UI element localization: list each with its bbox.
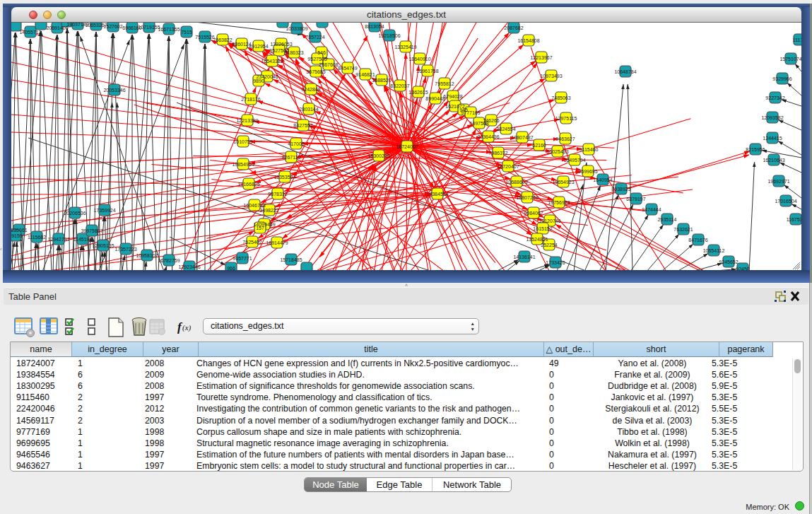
svg-text:8471676: 8471676 [688,238,707,243]
svg-text:19384554: 19384554 [426,192,448,197]
svg-text:16543382: 16543382 [261,59,283,64]
svg-text:1244415: 1244415 [763,136,782,141]
svg-text:17016504: 17016504 [775,199,796,204]
svg-text:8990448: 8990448 [425,96,445,101]
svg-text:10688609: 10688609 [505,180,527,185]
svg-text:12942737: 12942737 [47,237,69,242]
svg-text:18807249: 18807249 [516,195,538,200]
svg-text:12093582: 12093582 [761,115,783,120]
svg-text:835061: 835061 [11,228,28,233]
svg-text:13226053: 13226053 [270,42,292,47]
svg-text:19756928: 19756928 [548,200,570,205]
svg-text:7857224: 7857224 [305,35,324,40]
svg-text:17357223: 17357223 [114,247,136,252]
svg-text:157: 157 [256,226,264,230]
svg-text:9329966: 9329966 [772,76,792,81]
svg-text:8938923: 8938923 [611,187,630,192]
svg-text:9463627: 9463627 [555,136,575,141]
svg-text:16154808: 16154808 [517,38,539,43]
svg-text:1733426: 1733426 [546,260,565,265]
svg-text:13325419: 13325419 [394,45,416,49]
svg-text:10958107: 10958107 [136,253,158,258]
svg-text:2087682: 2087682 [504,25,523,30]
svg-text:39975867: 39975867 [81,228,102,233]
svg-text:10120746: 10120746 [539,218,560,223]
svg-text:16914479: 16914479 [266,240,288,245]
svg-text:8878312: 8878312 [268,192,287,197]
svg-text:8454749: 8454749 [338,66,357,71]
svg-text:10973493: 10973493 [540,74,562,78]
svg-text:12213389: 12213389 [236,118,258,123]
svg-text:20053346: 20053346 [103,88,125,93]
svg-text:15751074: 15751074 [779,57,801,62]
svg-text:417006: 417006 [288,141,304,146]
svg-text:9474444: 9474444 [642,207,661,212]
svg-text:20691406: 20691406 [46,25,68,30]
svg-text:10654112: 10654112 [703,248,725,253]
svg-text:92450: 92450 [736,267,750,271]
svg-text:7986372: 7986372 [488,151,507,156]
svg-text:12213967: 12213967 [530,55,552,60]
svg-text:16210643: 16210643 [763,158,784,163]
svg-text:12923446: 12923446 [178,264,200,269]
svg-text:8427552: 8427552 [293,123,312,128]
svg-text:9242848: 9242848 [301,87,320,92]
svg-text:252254: 252254 [541,243,557,247]
svg-text:19654923: 19654923 [552,180,574,185]
svg-text:966: 966 [227,266,235,271]
svg-text:9699695: 9699695 [578,169,597,174]
svg-text:8215955: 8215955 [746,147,765,152]
svg-text:2718176: 2718176 [241,97,260,102]
svg-text:16046798: 16046798 [243,203,265,208]
svg-text:7485063: 7485063 [551,95,570,100]
svg-text:20364436: 20364436 [477,134,499,139]
svg-text:14055712: 14055712 [19,30,41,35]
svg-text:14136141: 14136141 [513,255,535,259]
svg-text:12975115: 12975115 [555,116,577,121]
svg-text:15718485: 15718485 [280,257,302,262]
svg-text:13524851: 13524851 [526,237,548,242]
svg-text:18724007: 18724007 [396,144,418,149]
svg-text:7515: 7515 [181,30,192,35]
svg-text:62160: 62160 [532,143,546,148]
svg-text:1010755: 1010755 [233,139,252,144]
svg-text:16671355: 16671355 [158,27,180,32]
svg-text:15720407: 15720407 [497,164,519,169]
svg-text:7515526: 7515526 [195,35,214,40]
svg-text:1145194: 1145194 [73,237,93,242]
svg-text:7663822: 7663822 [213,37,232,42]
svg-text:18300295: 18300295 [367,153,389,158]
svg-text:9146821: 9146821 [355,72,375,77]
svg-text:18640910: 18640910 [408,57,430,62]
svg-text:11172: 11172 [793,37,801,42]
svg-text:8322037: 8322037 [390,83,409,88]
svg-text:39159: 39159 [11,233,23,238]
svg-text:1527602: 1527602 [103,24,122,29]
svg-text:17359924: 17359924 [93,208,115,213]
svg-text:9115460: 9115460 [579,147,599,152]
svg-text:19166825: 19166825 [237,182,259,187]
svg-text:1640954: 1640954 [593,177,612,182]
svg-text:1588520: 1588520 [372,78,391,83]
svg-text:3675685: 3675685 [306,69,325,74]
svg-text:7632621: 7632621 [673,227,693,232]
svg-text:10719155: 10719155 [138,25,160,30]
svg-text:16782759: 16782759 [158,258,180,263]
svg-text:(x): (x) [182,323,192,332]
svg-text:1167533: 1167533 [787,217,801,222]
svg-text:2867608: 2867608 [319,62,338,67]
svg-text:19854954: 19854954 [232,162,254,167]
svg-text:2935114: 2935114 [658,217,677,222]
svg-text:9084067: 9084067 [524,211,543,216]
svg-text:9657771: 9657771 [233,256,252,261]
svg-text:9227342: 9227342 [765,95,784,100]
svg-text:10033809: 10033809 [286,26,307,31]
svg-text:19692971: 19692971 [767,179,789,184]
svg-text:1615152: 1615152 [533,226,552,231]
svg-text:20206536: 20206536 [64,211,86,216]
svg-text:1362615: 1362615 [408,90,428,95]
svg-text:10648784: 10648784 [614,69,636,74]
svg-text:10025433: 10025433 [546,149,568,154]
svg-text:8267110: 8267110 [282,155,301,160]
svg-text:2803144: 2803144 [299,107,318,112]
